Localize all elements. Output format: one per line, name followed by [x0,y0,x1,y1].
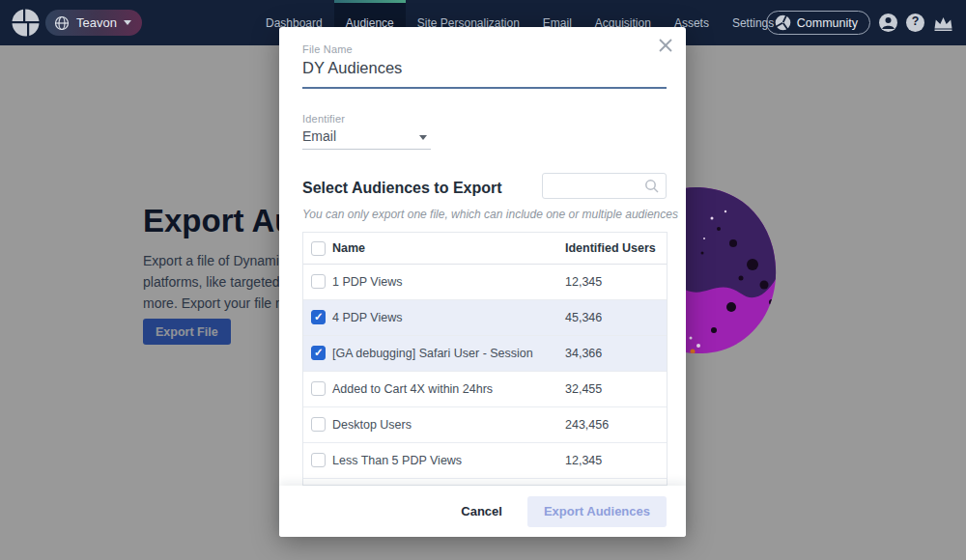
table-header: Name Identified Users [303,233,667,265]
row-checkbox[interactable] [311,310,326,324]
file-name-underline [302,87,667,89]
export-audiences-modal: File Name DY Audiences Identifier Email … [279,27,686,537]
audience-name: Desktop Users [332,418,412,432]
audience-name: Added to Cart 4X within 24hrs [332,382,493,396]
row-checkbox[interactable] [311,346,326,360]
search-icon [644,179,660,194]
table-row[interactable]: Less Than 5 PDP Views12,345 [303,443,667,479]
nav-right-cluster: Community ? [766,0,953,45]
community-button[interactable]: Community [766,11,870,35]
row-checkbox[interactable] [311,274,326,289]
export-audiences-button[interactable]: Export Audiences [527,496,667,527]
table-rows: 1 PDP Views12,3454 PDP Views45,346[GA de… [303,265,667,479]
table-row[interactable]: Added to Cart 4X within 24hrs32,455 [303,372,667,407]
identifier-label: Identifier [302,113,345,125]
account-name: Teavon [76,15,117,30]
identified-users-count: 45,346 [565,311,602,324]
account-switcher[interactable]: Teavon [45,10,142,36]
identifier-underline [302,149,431,150]
table-row[interactable]: 1 PDP Views12,345 [303,265,667,300]
file-name-input[interactable]: DY Audiences [302,59,402,77]
table-row[interactable]: Desktop Users243,456 [303,407,667,443]
modal-footer: Cancel Export Audiences [279,486,686,537]
community-label: Community [797,16,858,30]
row-checkbox[interactable] [311,417,326,432]
audience-search [542,173,667,199]
identified-users-count: 243,456 [565,418,609,432]
globe-icon [54,15,70,31]
dynamic-yield-logo-icon[interactable] [12,9,40,37]
helper-text: You can only export one file, which can … [302,208,678,221]
audience-name: [GA debugging] Safari User - Session [332,347,533,360]
close-icon[interactable] [653,33,678,58]
identified-users-count: 34,366 [565,347,602,360]
column-header-name: Name [332,241,365,255]
section-title: Select Audiences to Export [302,180,502,197]
table-row[interactable]: [GA debugging] Safari User - Session34,3… [303,336,667,372]
column-header-identified-users: Identified Users [565,241,656,255]
identified-users-count: 12,345 [565,454,602,467]
identified-users-count: 32,455 [565,382,602,396]
identifier-select[interactable]: Email [302,128,336,144]
audience-name: 4 PDP Views [332,311,403,324]
audience-name: Less Than 5 PDP Views [332,454,462,467]
file-name-label: File Name [302,43,353,55]
help-icon[interactable]: ? [906,14,924,32]
chevron-down-icon [124,20,131,25]
identified-users-count: 12,345 [565,275,602,289]
community-icon [775,14,791,31]
row-checkbox[interactable] [311,453,326,467]
audience-name: 1 PDP Views [332,275,403,289]
row-checkbox[interactable] [311,381,326,396]
audiences-table: Name Identified Users 1 PDP Views12,3454… [302,232,668,486]
select-all-checkbox[interactable] [311,241,326,256]
cancel-button[interactable]: Cancel [461,504,502,518]
chevron-down-icon[interactable] [419,135,427,140]
user-avatar-icon[interactable] [879,14,897,32]
screen: Export Audiences Export a file of Dynami… [0,0,966,560]
crown-icon[interactable] [933,15,953,31]
table-row[interactable]: 4 PDP Views45,346 [303,300,667,336]
